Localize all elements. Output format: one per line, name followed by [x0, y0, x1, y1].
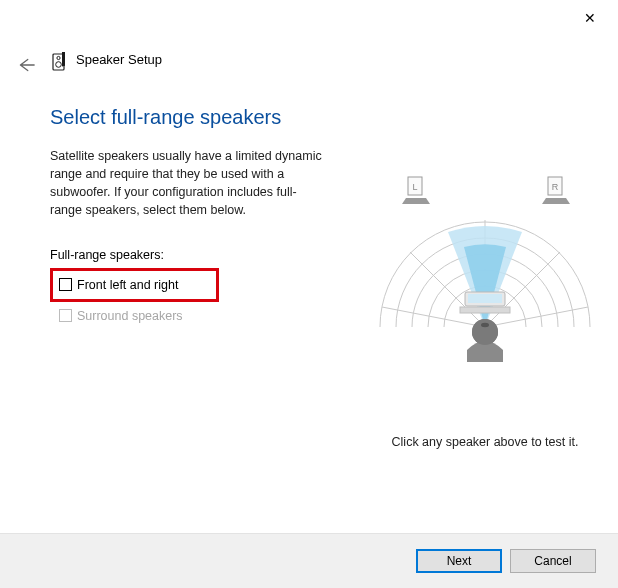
speaker-diagram[interactable]: L R — [370, 162, 600, 372]
svg-rect-1 — [62, 52, 65, 66]
highlight-annotation: Front left and right — [50, 268, 219, 302]
right-speaker-icon[interactable]: R — [542, 177, 570, 204]
checkbox-front-left-right[interactable]: Front left and right — [59, 277, 178, 293]
page-description: Satellite speakers usually have a limite… — [50, 147, 325, 220]
close-button[interactable]: ✕ — [580, 8, 600, 28]
page-heading: Select full-range speakers — [50, 106, 588, 129]
checkbox-label: Surround speakers — [77, 309, 183, 323]
left-speaker-icon[interactable]: L — [402, 177, 430, 204]
footer: Next Cancel — [0, 533, 618, 588]
svg-rect-15 — [460, 307, 510, 313]
content-area: Select full-range speakers Satellite spe… — [50, 100, 588, 518]
diagram-hint: Click any speaker above to test it. — [370, 435, 600, 449]
header: Speaker Setup — [0, 42, 618, 82]
titlebar: ✕ — [0, 0, 618, 36]
arrow-left-icon — [14, 54, 36, 76]
svg-rect-14 — [468, 294, 502, 303]
svg-text:R: R — [552, 182, 559, 192]
svg-text:L: L — [412, 182, 417, 192]
svg-point-18 — [481, 323, 489, 327]
speaker-icon — [50, 52, 70, 72]
cancel-button[interactable]: Cancel — [510, 549, 596, 573]
checkbox-label: Front left and right — [77, 278, 178, 292]
checkbox-icon — [59, 278, 72, 291]
back-button[interactable] — [14, 54, 36, 76]
next-button[interactable]: Next — [416, 549, 502, 573]
checkbox-icon — [59, 309, 72, 322]
window-title: Speaker Setup — [76, 52, 162, 67]
